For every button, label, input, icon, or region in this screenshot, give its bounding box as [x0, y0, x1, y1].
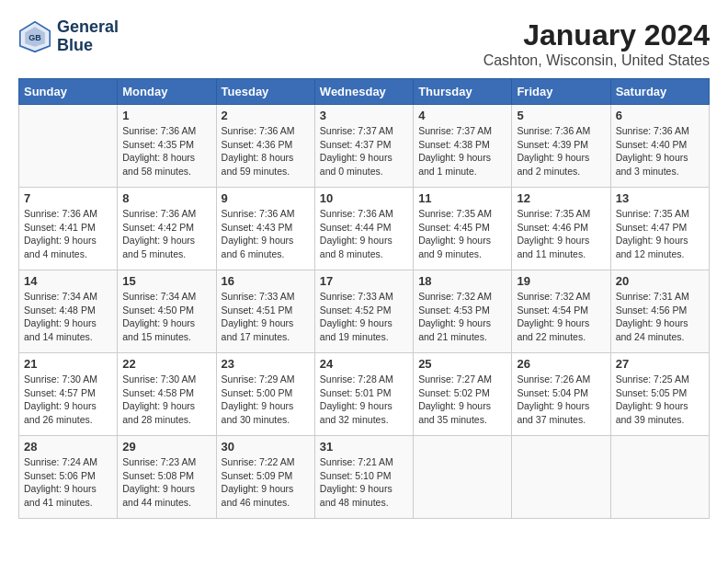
day-detail: Sunrise: 7:36 AMSunset: 4:43 PMDaylight:…	[222, 207, 310, 261]
day-detail: Sunrise: 7:23 AMSunset: 5:08 PMDaylight:…	[122, 455, 210, 510]
day-number: 7	[24, 191, 112, 205]
weekday-header: Friday	[512, 79, 610, 105]
calendar-cell: 30Sunrise: 7:22 AMSunset: 5:09 PMDayligh…	[216, 436, 314, 519]
day-detail: Sunrise: 7:36 AMSunset: 4:42 PMDaylight:…	[122, 207, 210, 261]
calendar-cell	[414, 436, 512, 519]
calendar-cell: 1Sunrise: 7:36 AMSunset: 4:35 PMDaylight…	[118, 105, 216, 188]
calendar-header: SundayMondayTuesdayWednesdayThursdayFrid…	[19, 79, 710, 105]
day-detail: Sunrise: 7:36 AMSunset: 4:36 PMDaylight:…	[222, 124, 310, 178]
day-number: 3	[320, 109, 408, 122]
day-detail: Sunrise: 7:24 AMSunset: 5:06 PMDaylight:…	[24, 455, 112, 510]
calendar-cell: 12Sunrise: 7:35 AMSunset: 4:46 PMDayligh…	[512, 188, 610, 270]
day-detail: Sunrise: 7:35 AMSunset: 4:46 PMDaylight:…	[517, 207, 605, 261]
logo-icon: GB	[18, 20, 51, 53]
calendar-week: 14Sunrise: 7:34 AMSunset: 4:48 PMDayligh…	[19, 270, 710, 353]
day-number: 28	[24, 440, 112, 454]
day-number: 25	[418, 357, 506, 371]
day-number: 20	[616, 274, 704, 288]
calendar-cell: 5Sunrise: 7:36 AMSunset: 4:39 PMDaylight…	[512, 105, 610, 188]
calendar-cell: 3Sunrise: 7:37 AMSunset: 4:37 PMDaylight…	[314, 105, 413, 188]
day-number: 17	[320, 274, 408, 288]
calendar-cell: 10Sunrise: 7:36 AMSunset: 4:44 PMDayligh…	[314, 188, 413, 270]
day-number: 4	[418, 109, 506, 122]
calendar-cell: 6Sunrise: 7:36 AMSunset: 4:40 PMDaylight…	[610, 105, 709, 188]
weekday-header: Thursday	[414, 79, 512, 105]
day-detail: Sunrise: 7:36 AMSunset: 4:41 PMDaylight:…	[24, 207, 112, 261]
day-detail: Sunrise: 7:35 AMSunset: 4:45 PMDaylight:…	[418, 207, 506, 261]
calendar-cell: 27Sunrise: 7:25 AMSunset: 5:05 PMDayligh…	[610, 353, 709, 436]
day-detail: Sunrise: 7:32 AMSunset: 4:54 PMDaylight:…	[517, 290, 605, 344]
day-detail: Sunrise: 7:33 AMSunset: 4:51 PMDaylight:…	[222, 290, 310, 344]
calendar-cell: 11Sunrise: 7:35 AMSunset: 4:45 PMDayligh…	[414, 188, 512, 270]
title-block: January 2024 Cashton, Wisconsin, United …	[483, 18, 710, 69]
page-title: January 2024	[483, 18, 710, 52]
day-number: 8	[122, 191, 210, 205]
calendar-cell	[512, 436, 610, 519]
logo-text: General Blue	[57, 18, 119, 55]
day-detail: Sunrise: 7:27 AMSunset: 5:02 PMDaylight:…	[418, 373, 506, 427]
calendar-week: 21Sunrise: 7:30 AMSunset: 4:57 PMDayligh…	[19, 353, 710, 436]
weekday-header: Wednesday	[314, 79, 413, 105]
day-number: 11	[418, 191, 506, 205]
page-header: GB General Blue January 2024 Cashton, Wi…	[18, 18, 710, 69]
day-number: 22	[122, 357, 210, 371]
day-number: 12	[517, 191, 605, 205]
calendar-cell: 15Sunrise: 7:34 AMSunset: 4:50 PMDayligh…	[118, 270, 216, 353]
day-number: 1	[122, 109, 210, 122]
weekday-header: Saturday	[610, 79, 709, 105]
calendar-week: 1Sunrise: 7:36 AMSunset: 4:35 PMDaylight…	[19, 105, 710, 188]
calendar-cell: 2Sunrise: 7:36 AMSunset: 4:36 PMDaylight…	[216, 105, 314, 188]
calendar-cell: 20Sunrise: 7:31 AMSunset: 4:56 PMDayligh…	[610, 270, 709, 353]
day-detail: Sunrise: 7:25 AMSunset: 5:05 PMDaylight:…	[616, 373, 704, 427]
day-detail: Sunrise: 7:21 AMSunset: 5:10 PMDaylight:…	[320, 455, 408, 510]
day-detail: Sunrise: 7:26 AMSunset: 5:04 PMDaylight:…	[517, 373, 605, 427]
day-detail: Sunrise: 7:30 AMSunset: 4:58 PMDaylight:…	[122, 373, 210, 427]
calendar-cell: 25Sunrise: 7:27 AMSunset: 5:02 PMDayligh…	[414, 353, 512, 436]
day-number: 29	[122, 440, 210, 454]
calendar-table: SundayMondayTuesdayWednesdayThursdayFrid…	[18, 78, 710, 519]
calendar-cell: 8Sunrise: 7:36 AMSunset: 4:42 PMDaylight…	[118, 188, 216, 270]
day-number: 2	[222, 109, 310, 122]
day-number: 19	[517, 274, 605, 288]
day-detail: Sunrise: 7:34 AMSunset: 4:48 PMDaylight:…	[24, 290, 112, 344]
day-detail: Sunrise: 7:22 AMSunset: 5:09 PMDaylight:…	[222, 455, 310, 510]
calendar-cell	[610, 436, 709, 519]
day-detail: Sunrise: 7:31 AMSunset: 4:56 PMDaylight:…	[616, 290, 704, 344]
calendar-cell: 18Sunrise: 7:32 AMSunset: 4:53 PMDayligh…	[414, 270, 512, 353]
day-number: 30	[222, 440, 310, 454]
day-number: 10	[320, 191, 408, 205]
day-number: 13	[616, 191, 704, 205]
day-number: 24	[320, 357, 408, 371]
calendar-cell: 9Sunrise: 7:36 AMSunset: 4:43 PMDaylight…	[216, 188, 314, 270]
day-detail: Sunrise: 7:34 AMSunset: 4:50 PMDaylight:…	[122, 290, 210, 344]
day-detail: Sunrise: 7:37 AMSunset: 4:37 PMDaylight:…	[320, 124, 408, 178]
weekday-header: Sunday	[19, 79, 118, 105]
calendar-cell: 21Sunrise: 7:30 AMSunset: 4:57 PMDayligh…	[19, 353, 118, 436]
day-detail: Sunrise: 7:30 AMSunset: 4:57 PMDaylight:…	[24, 373, 112, 427]
calendar-cell: 31Sunrise: 7:21 AMSunset: 5:10 PMDayligh…	[314, 436, 413, 519]
day-detail: Sunrise: 7:36 AMSunset: 4:40 PMDaylight:…	[616, 124, 704, 178]
day-number: 14	[24, 274, 112, 288]
day-detail: Sunrise: 7:36 AMSunset: 4:39 PMDaylight:…	[517, 124, 605, 178]
weekday-header: Monday	[118, 79, 216, 105]
day-detail: Sunrise: 7:32 AMSunset: 4:53 PMDaylight:…	[418, 290, 506, 344]
day-detail: Sunrise: 7:37 AMSunset: 4:38 PMDaylight:…	[418, 124, 506, 178]
day-detail: Sunrise: 7:36 AMSunset: 4:35 PMDaylight:…	[122, 124, 210, 178]
page-subtitle: Cashton, Wisconsin, United States	[483, 52, 710, 69]
calendar-cell: 16Sunrise: 7:33 AMSunset: 4:51 PMDayligh…	[216, 270, 314, 353]
svg-text:GB: GB	[28, 32, 41, 41]
day-number: 5	[517, 109, 605, 122]
calendar-cell: 23Sunrise: 7:29 AMSunset: 5:00 PMDayligh…	[216, 353, 314, 436]
calendar-cell: 29Sunrise: 7:23 AMSunset: 5:08 PMDayligh…	[118, 436, 216, 519]
calendar-cell: 4Sunrise: 7:37 AMSunset: 4:38 PMDaylight…	[414, 105, 512, 188]
calendar-cell: 14Sunrise: 7:34 AMSunset: 4:48 PMDayligh…	[19, 270, 118, 353]
calendar-cell: 28Sunrise: 7:24 AMSunset: 5:06 PMDayligh…	[19, 436, 118, 519]
weekday-header: Tuesday	[216, 79, 314, 105]
day-detail: Sunrise: 7:29 AMSunset: 5:00 PMDaylight:…	[222, 373, 310, 427]
day-number: 27	[616, 357, 704, 371]
day-number: 26	[517, 357, 605, 371]
calendar-cell: 26Sunrise: 7:26 AMSunset: 5:04 PMDayligh…	[512, 353, 610, 436]
calendar-week: 7Sunrise: 7:36 AMSunset: 4:41 PMDaylight…	[19, 188, 710, 270]
calendar-cell: 17Sunrise: 7:33 AMSunset: 4:52 PMDayligh…	[314, 270, 413, 353]
calendar-cell: 7Sunrise: 7:36 AMSunset: 4:41 PMDaylight…	[19, 188, 118, 270]
